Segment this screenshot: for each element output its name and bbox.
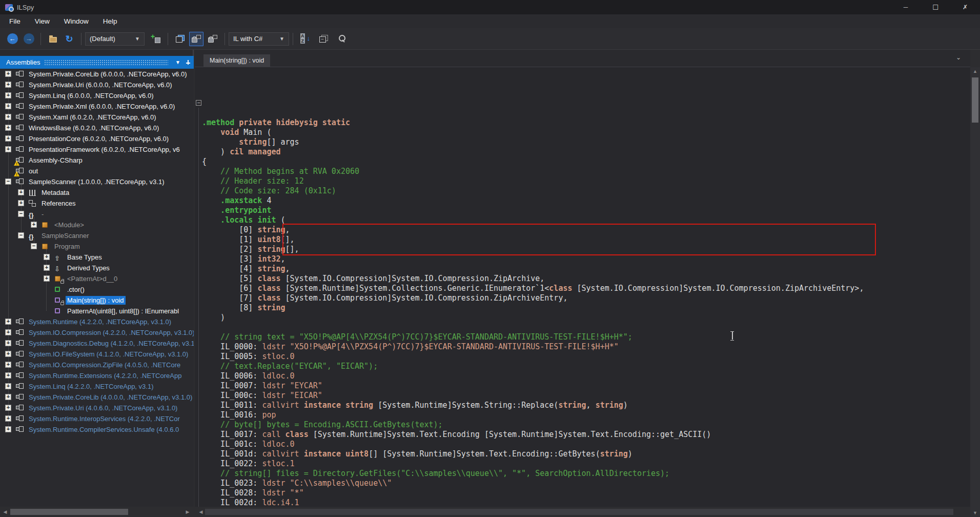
tree-item[interactable]: +System.Runtime.CompilerServices.Unsafe …	[0, 424, 194, 435]
close-icon[interactable]: ✗	[950, 0, 980, 14]
tree-item[interactable]: !out	[0, 166, 194, 176]
scroll-down-icon[interactable]: ▼	[970, 509, 980, 517]
menu-view[interactable]: View	[28, 14, 57, 28]
tree-item[interactable]: +System.IO.Compression (4.2.2.0, .NETCor…	[0, 327, 194, 338]
expand-icon[interactable]: +	[5, 383, 11, 389]
tab-list-chevron-icon[interactable]: ⌄	[956, 54, 961, 61]
tree-item[interactable]: !Assembly-CSharp	[0, 155, 194, 166]
tree-item[interactable]: +WindowsBase (6.0.2.0, .NETCoreApp, v6.0…	[0, 123, 194, 133]
tree-item[interactable]: +⇩Derived Types	[0, 263, 194, 273]
tree-item[interactable]: +System.Private.CoreLib (6.0.0.0, .NETCo…	[0, 69, 194, 79]
tree-item[interactable]: Main(string[]) : void	[0, 295, 194, 306]
vertical-scrollbar[interactable]: ▲ ▼	[970, 67, 980, 517]
tree-item[interactable]: +System.IO.Compression.ZipFile (4.0.5.0,…	[0, 360, 194, 370]
scroll-right-icon[interactable]: ▶	[183, 507, 192, 517]
expand-icon[interactable]: +	[5, 114, 11, 120]
back-button[interactable]: ←	[5, 32, 19, 46]
fold-collapse-icon[interactable]: −	[196, 100, 201, 106]
tree-item[interactable]: −{}SampleScanner	[0, 230, 194, 241]
panel-menu-chevron-icon[interactable]: ▼	[172, 59, 183, 65]
add-assembly-list-button[interactable]: +	[149, 32, 163, 46]
expand-icon[interactable]: +	[31, 222, 37, 228]
expand-icon[interactable]: +	[5, 92, 11, 98]
expand-icon[interactable]: +	[5, 71, 11, 77]
scroll-left-icon[interactable]: ◀	[197, 507, 205, 517]
expand-icon[interactable]: +	[5, 362, 11, 368]
expand-icon[interactable]: +	[44, 254, 50, 260]
api-visibility-lock-button[interactable]	[206, 32, 220, 46]
search-button[interactable]	[335, 32, 349, 46]
tree-item[interactable]: +System.Private.CoreLib (4.0.0.0, .NETCo…	[0, 392, 194, 403]
tree-item[interactable]: +References	[0, 198, 194, 209]
expand-icon[interactable]: +	[5, 405, 11, 411]
menu-file[interactable]: File	[2, 14, 28, 28]
expand-icon[interactable]: +	[5, 426, 11, 432]
expand-icon[interactable]: +	[5, 340, 11, 346]
open-file-button[interactable]	[46, 32, 60, 46]
tab-main-method[interactable]: Main(string[]) : void	[203, 54, 270, 67]
expand-icon[interactable]: +	[5, 372, 11, 379]
pin-icon[interactable]	[186, 59, 191, 66]
tree-item[interactable]: +System.Runtime.InteropServices (4.2.2.0…	[0, 413, 194, 424]
tree-item[interactable]: −Program	[0, 241, 194, 252]
minimize-icon[interactable]: ─	[891, 0, 921, 14]
scroll-up-icon[interactable]: ▲	[970, 67, 980, 75]
expand-icon[interactable]: +	[18, 189, 24, 195]
expand-icon[interactable]: +	[18, 200, 24, 206]
sort-assemblies-button[interactable]: AZ↓	[298, 32, 312, 46]
expand-icon[interactable]: +	[5, 394, 11, 400]
tree-item[interactable]: +System.Runtime (4.2.2.0, .NETCoreApp, v…	[0, 316, 194, 327]
code-view[interactable]: − .method private hidebysig static void …	[195, 67, 970, 507]
scroll-left-icon[interactable]: ◀	[1, 507, 9, 517]
clone-window-button[interactable]	[173, 32, 187, 46]
sidebar-horizontal-scrollbar[interactable]: ◀ ▶	[0, 507, 194, 517]
forward-button[interactable]: →	[22, 32, 36, 46]
tree-item[interactable]: +System.Linq (4.2.2.0, .NETCoreApp, v3.1…	[0, 381, 194, 392]
collapse-all-button[interactable]	[316, 32, 331, 46]
scrollbar-thumb[interactable]	[10, 509, 128, 515]
tree-item[interactable]: +System.Runtime.Extensions (4.2.2.0, .NE…	[0, 370, 194, 381]
expand-icon[interactable]: +	[44, 275, 50, 282]
editor-horizontal-scrollbar[interactable]: ◀	[195, 507, 970, 517]
expand-icon[interactable]: +	[5, 135, 11, 142]
collapse-icon[interactable]: −	[18, 211, 24, 217]
expand-icon[interactable]: +	[5, 103, 11, 109]
expand-icon[interactable]: +	[44, 265, 50, 271]
scrollbar-thumb[interactable]	[205, 509, 953, 515]
maximize-icon[interactable]: ☐	[921, 0, 950, 14]
tree-item[interactable]: +System.Xaml (6.0.2.0, .NETCoreApp, v6.0…	[0, 112, 194, 123]
tree-item[interactable]: −SampleScanner (1.0.0.0, .NETCoreApp, v3…	[0, 176, 194, 187]
tree-item[interactable]: +⇧Base Types	[0, 252, 194, 263]
tree-item[interactable]: +System.Linq (6.0.0.0, .NETCoreApp, v6.0…	[0, 90, 194, 101]
tree-item[interactable]: +System.Private.Xml (6.0.0.0, .NETCoreAp…	[0, 101, 194, 112]
collapse-icon[interactable]: −	[31, 243, 37, 249]
tree-item[interactable]: +System.Diagnostics.Debug (4.1.2.0, .NET…	[0, 338, 194, 349]
expand-icon[interactable]: +	[5, 146, 11, 152]
tree-item[interactable]: +Metadata	[0, 187, 194, 198]
tree-item[interactable]: +System.IO.FileSystem (4.1.2.0, .NETCore…	[0, 349, 194, 360]
tree-item[interactable]: −{}-	[0, 209, 194, 220]
tree-item[interactable]: +PresentationCore (6.0.2.0, .NETCoreApp,…	[0, 133, 194, 144]
language-select[interactable]: IL with C# ▼	[229, 32, 289, 46]
tree-item[interactable]: +System.Private.Uri (6.0.0.0, .NETCoreAp…	[0, 79, 194, 90]
tree-item[interactable]: +PresentationFramework (6.0.2.0, .NETCor…	[0, 144, 194, 155]
menu-help[interactable]: Help	[96, 14, 125, 28]
expand-icon[interactable]: +	[5, 125, 11, 131]
expand-icon[interactable]: +	[5, 329, 11, 335]
menu-window[interactable]: Window	[57, 14, 96, 28]
tree-item[interactable]: .ctor()	[0, 284, 194, 295]
tree-item[interactable]: PatternAt(uint8[], uint8[]) : IEnumerabl	[0, 306, 194, 316]
assembly-list-select[interactable]: (Default) ▼	[85, 32, 145, 46]
expand-icon[interactable]: +	[5, 319, 11, 325]
scrollbar-thumb[interactable]	[972, 77, 978, 123]
reload-button[interactable]: ↻	[62, 32, 76, 46]
expand-icon[interactable]: +	[5, 351, 11, 357]
collapse-icon[interactable]: −	[5, 178, 11, 185]
tree-item[interactable]: +System.Private.Uri (4.0.6.0, .NETCoreAp…	[0, 403, 194, 413]
tree-item[interactable]: +<PatternAt>d__0	[0, 273, 194, 284]
collapse-icon[interactable]: −	[18, 232, 24, 238]
tree-item[interactable]: +<Module>	[0, 220, 194, 230]
api-visibility-button[interactable]	[189, 32, 203, 46]
expand-icon[interactable]: +	[5, 82, 11, 88]
expand-icon[interactable]: +	[5, 415, 11, 422]
